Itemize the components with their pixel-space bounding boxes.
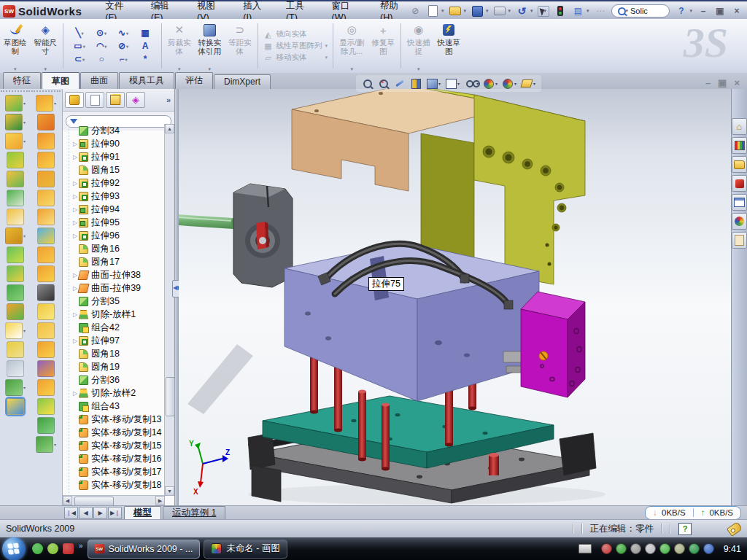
features-tool-1[interactable]: ▾ [5,114,26,131]
expand-arrow-icon[interactable]: ▷ [71,154,79,160]
tray-icon-1[interactable] [616,543,627,554]
sketch-button[interactable]: 草图绘 制▾ [0,19,31,73]
start-button[interactable] [2,537,26,560]
quick-launch-expand-icon[interactable]: » [79,542,83,550]
surfaces-tool-14[interactable] [37,360,55,377]
tray-icon-4[interactable] [659,543,670,554]
features-tool-14[interactable] [7,360,24,377]
tree-item-圆角17[interactable]: 圆角17 [71,255,165,268]
features-tool-dropdown-12[interactable]: ▾ [23,328,26,333]
overflow-icon[interactable]: ⋯ [594,5,606,17]
surfaces-tool-2[interactable] [37,133,55,149]
surfaces-tool-15[interactable] [37,379,55,396]
tree-item-曲面-拉伸39[interactable]: ▷曲面-拉伸39 [71,281,165,295]
sketch-entity-dropdown[interactable]: ▾ [104,44,107,49]
tree-item-实体-移动/复制15[interactable]: 实体-移动/复制15 [71,439,165,452]
sketch-entity-icon-6[interactable]: ⊘▾ [112,39,134,52]
doc-minimize-button[interactable]: – [705,77,711,88]
tree-item-拉伸91[interactable]: ▷拉伸91 [71,150,165,163]
help-dropdown[interactable]: ▾ [689,8,692,14]
headsup-glasses-button[interactable]: ▾ [464,78,479,89]
language-keyboard-icon[interactable] [578,544,592,553]
headsup-book-button[interactable] [410,78,422,89]
tray-icon-6[interactable] [689,543,700,554]
features-tool-2[interactable]: ▾ [5,133,26,149]
taskpane-home-button[interactable]: ⌂ [732,118,747,135]
surfaces-tool-12[interactable] [37,322,55,339]
sketch-entity-icon-1[interactable]: ⊙▾ [90,26,112,39]
tabs-overflow-button[interactable]: » [166,96,172,104]
ribbon-tab-5[interactable]: DimXpert [214,74,271,89]
features-tool-4[interactable] [7,171,24,187]
restore-button[interactable]: ▣ [714,6,726,16]
tree-item-实体-移动/复制13[interactable]: 实体-移动/复制13 [71,413,165,426]
tray-icon-0[interactable] [601,543,612,554]
surfaces-tool-18[interactable]: ▾ [36,436,56,453]
select-tool[interactable]: ▾ [538,6,549,17]
surfaces-tool-10[interactable] [37,284,55,301]
ribbon-tab-2[interactable]: 曲面 [80,72,118,89]
surfaces-tool-7[interactable] [37,228,55,244]
taskpane-library-button[interactable] [732,137,747,154]
expand-arrow-icon[interactable]: ▷ [71,180,79,187]
tree-item-实体-移动/复制16[interactable]: 实体-移动/复制16 [71,452,165,465]
headsup-dropdown[interactable]: ▾ [495,81,498,86]
features-tool-5[interactable] [7,190,24,206]
tree-item-分割35[interactable]: 分割35 [71,295,165,308]
model-3d-view[interactable]: Y Z X [179,89,731,505]
ribbon-tab-4[interactable]: 评估 [175,72,213,89]
move-entities-button[interactable]: ▱ 移动实体▾ [263,52,328,63]
options-dropdown[interactable]: ▾ [587,8,589,14]
sheet-nav-button-2[interactable]: ▶ [93,507,107,519]
close-button[interactable]: × [731,6,743,16]
sketch-entity-icon-0[interactable]: ╲▾ [69,26,90,39]
expand-arrow-icon[interactable]: ▷ [71,311,79,318]
headsup-dropdown[interactable]: ▾ [457,81,460,86]
features-tool-11[interactable] [7,303,24,320]
ribbon-tab-1[interactable]: 草图 [42,72,80,90]
tab-configurationmanager[interactable] [106,92,125,108]
features-tool-dropdown-7[interactable]: ▾ [23,233,26,238]
expand-arrow-icon[interactable]: ▷ [71,141,79,147]
tab-featuremanager[interactable] [65,92,84,108]
sheet-nav-button-3[interactable]: ▶❘ [108,507,122,519]
features-tool-12[interactable]: ▾ [5,322,26,339]
features-tool-13[interactable] [7,341,24,358]
tree-item-实体-移动/复制14[interactable]: 实体-移动/复制14 [71,426,165,439]
expand-arrow-icon[interactable]: ▷ [71,233,79,239]
sketch-entity-icon-9[interactable]: ○ [90,52,112,66]
sketch-entity-icon-11[interactable]: * [134,52,156,66]
surfaces-tool-13[interactable] [37,341,55,358]
tree-item-曲面-拉伸38[interactable]: ▷曲面-拉伸38 [71,268,165,281]
expand-arrow-icon[interactable]: ▷ [71,338,79,344]
features-tool-7[interactable]: ▾ [5,228,26,244]
sketch-entity-dropdown[interactable]: ▾ [82,31,84,36]
tray-icon-3[interactable] [645,543,656,554]
tree-item-拉伸96[interactable]: ▷拉伸96 [71,229,165,242]
tab-motion-study[interactable]: 运动算例 1 [163,506,225,519]
offset-entities-button[interactable]: ⊃ 等距实 体 [225,19,255,73]
sketch-entity-icon-8[interactable]: ⊂▾ [69,52,90,66]
taskbar-task-0[interactable]: SWSolidWorks 2009 - ... [88,540,201,559]
tab-propertymanager[interactable] [85,92,104,108]
model-mold-block[interactable] [285,243,539,401]
surfaces-tool-0[interactable]: ▾ [36,95,56,112]
new-dropdown[interactable]: ▾ [441,8,444,14]
features-tool-dropdown-0[interactable]: ▾ [23,101,26,106]
sheet-nav-button-1[interactable]: ◀ [79,507,93,519]
taskpane-ball-button[interactable] [732,213,747,230]
features-tool-dropdown-1[interactable]: ▾ [23,120,26,125]
tree-horizontal-scrollbar[interactable]: ◀ ▶ [63,495,165,505]
graphics-viewport[interactable]: Y Z X [179,89,731,505]
tree-item-拉伸90[interactable]: ▷拉伸90 [71,137,165,150]
tab-model[interactable]: 模型 [124,506,161,519]
headsup-cube-button[interactable]: ▾ [426,78,441,89]
tree-item-拉伸93[interactable]: ▷拉伸93 [71,190,165,203]
tree-item-分割36[interactable]: 分割36 [71,373,165,386]
tree-item-圆角15[interactable]: 圆角15 [71,163,165,176]
convert-entities-button[interactable]: 转换实 体引用▾ [195,19,225,73]
tree-item-组合43[interactable]: 组合43 [71,400,165,413]
surfaces-tool-5[interactable] [37,190,55,206]
scroll-right-arrow[interactable]: ▶ [155,496,165,505]
search-box[interactable]: ▾ Solic [611,4,670,18]
